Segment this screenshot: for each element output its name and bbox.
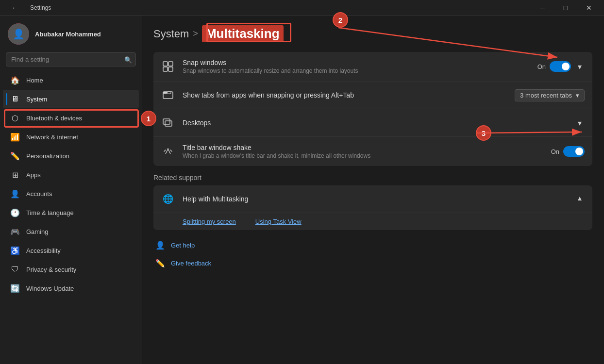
sidebar-item-label-network: Network & internet <box>26 133 78 141</box>
home-icon: 🏠 <box>11 76 19 84</box>
search-icon: 🔍 <box>124 56 132 63</box>
dropdown-chevron-icon: ▾ <box>576 92 579 99</box>
get-help-icon: 👤 <box>155 241 165 250</box>
sidebar-item-label-personalization: Personalization <box>26 152 69 160</box>
personalization-icon: ✏️ <box>11 151 19 160</box>
svg-rect-7 <box>163 119 170 124</box>
accessibility-icon: ♿ <box>11 246 19 255</box>
titlebar: ← Settings ─ □ ✕ <box>0 0 604 16</box>
desktops-chevron[interactable]: ▾ <box>575 117 585 129</box>
user-name: Abubakar Mohammed <box>35 31 101 38</box>
bluetooth-icon: ⬡ <box>11 114 19 122</box>
snap-windows-icon <box>161 60 175 73</box>
sidebar: 👤 Abubakar Mohammed 🔍 🏠 Home 🖥 System ⬡ … <box>0 16 142 364</box>
breadcrumb: System > Multitasking <box>153 25 592 42</box>
show-tabs-dropdown-value: 3 most recent tabs <box>520 92 572 99</box>
search-box: 🔍 <box>6 52 136 66</box>
sidebar-item-accessibility[interactable]: ♿ Accessibility <box>3 241 139 260</box>
snap-windows-info: Snap windows Snap windows to automatical… <box>183 59 530 74</box>
snap-windows-chevron[interactable]: ▾ <box>575 61 585 72</box>
svg-rect-2 <box>163 67 168 71</box>
help-links-row: Splitting my screen Using Task View <box>153 213 592 230</box>
give-feedback-icon: ✏️ <box>155 259 165 268</box>
desktops-control: ▾ <box>575 117 585 129</box>
svg-rect-3 <box>168 67 173 71</box>
title-bar-shake-title: Title bar window shake <box>183 144 543 151</box>
main-content: System > Multitasking Snap windows S <box>142 16 604 364</box>
sidebar-item-home[interactable]: 🏠 Home <box>3 71 139 89</box>
sidebar-item-label-apps: Apps <box>26 171 41 179</box>
snap-windows-title: Snap windows <box>183 59 530 66</box>
sidebar-item-label-home: Home <box>26 77 43 84</box>
show-tabs-info: Show tabs from apps when snapping or pre… <box>183 91 507 99</box>
settings-card: Snap windows Snap windows to automatical… <box>153 52 592 166</box>
sidebar-item-label-gaming: Gaming <box>26 228 49 235</box>
show-tabs-dropdown[interactable]: 3 most recent tabs ▾ <box>515 89 585 101</box>
desktops-row[interactable]: Desktops ▾ <box>153 109 592 137</box>
desktops-info: Desktops <box>183 119 567 127</box>
snap-windows-toggle[interactable] <box>550 61 571 72</box>
title-bar-shake-icon <box>161 145 175 158</box>
using-task-view-link[interactable]: Using Task View <box>255 218 302 225</box>
sidebar-item-bluetooth[interactable]: ⬡ Bluetooth & devices <box>3 109 139 127</box>
apps-icon: ⊞ <box>11 170 19 179</box>
minimize-button[interactable]: ─ <box>531 0 554 16</box>
give-feedback-link[interactable]: Give feedback <box>171 260 211 267</box>
user-profile[interactable]: 👤 Abubakar Mohammed <box>0 16 142 50</box>
show-tabs-icon <box>161 88 175 102</box>
search-input[interactable] <box>6 52 136 66</box>
title-bar-shake-row[interactable]: Title bar window shake When I grab a win… <box>153 137 592 166</box>
privacy-icon: 🛡 <box>11 265 19 274</box>
sidebar-item-privacy[interactable]: 🛡 Privacy & security <box>3 260 139 279</box>
windows-update-icon: 🔄 <box>11 284 19 293</box>
sidebar-item-accounts[interactable]: 👤 Accounts <box>3 184 139 203</box>
gaming-icon: 🎮 <box>11 227 19 236</box>
give-feedback-row[interactable]: ✏️ Give feedback <box>153 256 592 271</box>
snap-windows-control: On ▾ <box>537 61 585 72</box>
breadcrumb-system[interactable]: System <box>153 28 189 40</box>
maximize-button[interactable]: □ <box>554 0 577 16</box>
help-multitasking-icon: 🌐 <box>161 192 175 206</box>
app-container: 👤 Abubakar Mohammed 🔍 🏠 Home 🖥 System ⬡ … <box>0 16 604 364</box>
title-bar-shake-toggle[interactable] <box>563 146 585 157</box>
show-tabs-row[interactable]: Show tabs from apps when snapping or pre… <box>153 82 592 109</box>
sidebar-item-label-accessibility: Accessibility <box>26 247 61 254</box>
breadcrumb-separator: > <box>193 29 198 39</box>
help-multitasking-title: Help with Multitasking <box>183 195 567 203</box>
title-bar-shake-control: On <box>551 146 585 157</box>
sidebar-item-windows-update[interactable]: 🔄 Windows Update <box>3 279 139 298</box>
sidebar-item-apps[interactable]: ⊞ Apps <box>3 165 139 184</box>
title-bar-shake-value: On <box>551 148 559 155</box>
sidebar-item-personalization[interactable]: ✏️ Personalization <box>3 147 139 165</box>
svg-rect-8 <box>165 121 172 126</box>
show-tabs-control: 3 most recent tabs ▾ <box>515 89 585 101</box>
get-help-row[interactable]: 👤 Get help <box>153 238 592 253</box>
svg-rect-0 <box>163 62 168 66</box>
sidebar-item-time[interactable]: 🕐 Time & language <box>3 203 139 222</box>
close-button[interactable]: ✕ <box>578 0 600 16</box>
nav-list: 🏠 Home 🖥 System ⬡ Bluetooth & devices 📶 … <box>0 70 142 298</box>
avatar: 👤 <box>8 23 29 45</box>
desktops-icon <box>161 116 175 130</box>
splitting-my-screen-link[interactable]: Splitting my screen <box>183 218 236 225</box>
back-button[interactable]: ← <box>4 0 26 16</box>
sidebar-item-system[interactable]: 🖥 System <box>3 90 139 108</box>
svg-rect-5 <box>163 92 167 94</box>
get-help-link[interactable]: Get help <box>171 242 195 249</box>
titlebar-title: Settings <box>30 4 51 11</box>
title-bar-shake-info: Title bar window shake When I grab a win… <box>183 144 543 159</box>
help-multitasking-chevron[interactable]: ▾ <box>575 194 585 205</box>
breadcrumb-current: Multitasking <box>202 25 284 42</box>
sidebar-item-label-system: System <box>26 96 47 103</box>
sidebar-item-gaming[interactable]: 🎮 Gaming <box>3 222 139 241</box>
show-tabs-title: Show tabs from apps when snapping or pre… <box>183 91 507 99</box>
network-icon: 📶 <box>11 132 19 141</box>
help-multitasking-row[interactable]: 🌐 Help with Multitasking ▾ <box>153 185 592 213</box>
snap-windows-row[interactable]: Snap windows Snap windows to automatical… <box>153 52 592 82</box>
titlebar-controls: ─ □ ✕ <box>531 0 600 16</box>
sidebar-item-label-privacy: Privacy & security <box>26 266 76 273</box>
desktops-title: Desktops <box>183 119 567 127</box>
related-support-label: Related support <box>153 174 592 182</box>
sidebar-item-network[interactable]: 📶 Network & internet <box>3 128 139 146</box>
support-card: 🌐 Help with Multitasking ▾ Splitting my … <box>153 185 592 230</box>
